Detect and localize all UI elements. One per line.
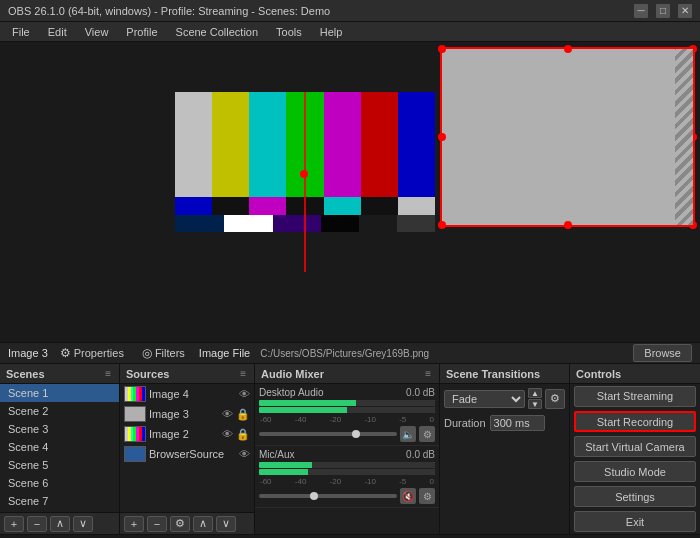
remove-source-button[interactable]: − xyxy=(147,516,167,532)
menu-view[interactable]: View xyxy=(77,24,117,40)
handle-mr xyxy=(689,133,697,141)
maximize-button[interactable]: □ xyxy=(656,4,670,18)
desktop-volume-slider[interactable] xyxy=(259,432,397,436)
handle-bl xyxy=(438,221,446,229)
transition-config-button[interactable]: ⚙ xyxy=(545,389,565,409)
bar-t3 xyxy=(273,215,322,233)
duration-label: Duration xyxy=(444,417,486,429)
source-item-image2[interactable]: Image 2 👁 🔒 xyxy=(120,424,254,444)
source-thumb-image4 xyxy=(124,386,146,402)
desktop-audio-settings-button[interactable]: ⚙ xyxy=(419,426,435,442)
handle-tm xyxy=(564,45,572,53)
desktop-mute-button[interactable]: 🔈 xyxy=(400,426,416,442)
move-source-up-button[interactable]: ∧ xyxy=(193,516,213,532)
handle-ml xyxy=(438,133,446,141)
source-thumb-image2 xyxy=(124,426,146,442)
audio-config-icon[interactable]: ≡ xyxy=(423,367,433,380)
source-settings-button[interactable]: ⚙ xyxy=(170,516,190,532)
move-source-down-button[interactable]: ∨ xyxy=(216,516,236,532)
mic-audio-settings-button[interactable]: ⚙ xyxy=(419,488,435,504)
sources-config-icon[interactable]: ≡ xyxy=(238,367,248,380)
source-name-browser: BrowserSource xyxy=(149,448,236,460)
sources-panel-title: Sources xyxy=(126,368,169,380)
sources-panel: Sources ≡ Image 4 👁 Image 3 👁 🔒 Image 2 … xyxy=(120,364,255,534)
handle-br xyxy=(689,221,697,229)
mic-mute-button[interactable]: 🔇 xyxy=(400,488,416,504)
mic-meter-scale: -60 -40 -20 -10 -5 0 xyxy=(259,477,435,486)
scene-item-2[interactable]: Scene 2 xyxy=(0,402,119,420)
desktop-audio-label: Desktop Audio xyxy=(259,387,324,398)
scene-item-4[interactable]: Scene 4 xyxy=(0,438,119,456)
transition-type-select[interactable]: Fade xyxy=(444,390,525,408)
move-scene-up-button[interactable]: ∧ xyxy=(50,516,70,532)
bar-b1 xyxy=(175,197,212,215)
mic-meter-bar-r xyxy=(259,469,435,475)
source-name-image3: Image 3 xyxy=(149,408,219,420)
audio-panel-title: Audio Mixer xyxy=(261,368,324,380)
mic-meter-bar-l xyxy=(259,462,435,468)
menu-scene-collection[interactable]: Scene Collection xyxy=(168,24,267,40)
transition-up-button[interactable]: ▲ xyxy=(528,388,542,398)
mic-aux-name: Mic/Aux 0.0 dB xyxy=(259,449,435,460)
mic-volume-thumb xyxy=(310,492,318,500)
handle-bm xyxy=(564,221,572,229)
eye-icon-image4[interactable]: 👁 xyxy=(239,388,250,400)
grey-image-overlay xyxy=(440,47,695,227)
duration-input[interactable] xyxy=(490,415,545,431)
scene-item-3[interactable]: Scene 3 xyxy=(0,420,119,438)
status-bar: LIVE: 00:00:00 REC: 00:00:00 CPU: 0.4%, … xyxy=(0,534,700,538)
minimize-button[interactable]: ─ xyxy=(634,4,648,18)
source-item-image3[interactable]: Image 3 👁 🔒 xyxy=(120,404,254,424)
image-path: C:/Users/OBS/Pictures/Grey169B.png xyxy=(260,348,429,359)
start-virtual-camera-button[interactable]: Start Virtual Camera xyxy=(574,436,696,457)
remove-scene-button[interactable]: − xyxy=(27,516,47,532)
panels-area: Scenes ≡ Scene 1 Scene 2 Scene 3 Scene 4… xyxy=(0,364,700,534)
menu-help[interactable]: Help xyxy=(312,24,351,40)
sources-list: Image 4 👁 Image 3 👁 🔒 Image 2 👁 🔒 Browse… xyxy=(120,384,254,512)
scene-item-5[interactable]: Scene 5 xyxy=(0,456,119,474)
studio-mode-button[interactable]: Studio Mode xyxy=(574,461,696,482)
scene-item-7[interactable]: Scene 7 xyxy=(0,492,119,510)
eye-icon-browser[interactable]: 👁 xyxy=(239,448,250,460)
sources-panel-actions: ≡ xyxy=(238,367,248,380)
eye-icon-image3[interactable]: 👁 xyxy=(222,408,233,420)
close-button[interactable]: ✕ xyxy=(678,4,692,18)
lock-icon-image3[interactable]: 🔒 xyxy=(236,408,250,421)
menu-profile[interactable]: Profile xyxy=(118,24,165,40)
menu-tools[interactable]: Tools xyxy=(268,24,310,40)
bar-blue xyxy=(398,92,435,197)
add-scene-button[interactable]: + xyxy=(4,516,24,532)
transition-arrows: ▲ ▼ xyxy=(528,388,542,409)
scene-item-1[interactable]: Scene 1 xyxy=(0,384,119,402)
transition-select-row: Fade ▲ ▼ ⚙ xyxy=(440,384,569,413)
menu-edit[interactable]: Edit xyxy=(40,24,75,40)
start-recording-button[interactable]: Start Recording xyxy=(574,411,696,432)
move-scene-down-button[interactable]: ∨ xyxy=(73,516,93,532)
handle-tr xyxy=(689,45,697,53)
source-item-browsersource[interactable]: BrowserSource 👁 xyxy=(120,444,254,464)
menu-file[interactable]: File xyxy=(4,24,38,40)
scenes-panel: Scenes ≡ Scene 1 Scene 2 Scene 3 Scene 4… xyxy=(0,364,120,534)
handle-tl xyxy=(438,45,446,53)
source-thumb-image3 xyxy=(124,406,146,422)
scene-item-6[interactable]: Scene 6 xyxy=(0,474,119,492)
exit-button[interactable]: Exit xyxy=(574,511,696,532)
scenes-config-icon[interactable]: ≡ xyxy=(103,367,113,380)
filters-button[interactable]: ◎ Filters xyxy=(138,345,189,361)
desktop-meter-fill-l xyxy=(356,400,435,406)
window-title: OBS 26.1.0 (64-bit, windows) - Profile: … xyxy=(8,5,330,17)
bar-grey xyxy=(175,92,212,197)
eye-icon-image2[interactable]: 👁 xyxy=(222,428,233,440)
settings-button[interactable]: Settings xyxy=(574,486,696,507)
mic-volume-slider[interactable] xyxy=(259,494,397,498)
source-item-image4[interactable]: Image 4 👁 xyxy=(120,384,254,404)
duration-row: Duration xyxy=(440,413,569,433)
properties-button[interactable]: ⚙ Properties xyxy=(56,345,128,361)
bar-magenta xyxy=(324,92,361,197)
browse-button[interactable]: Browse xyxy=(633,344,692,362)
source-label-bar: Image 3 ⚙ Properties ◎ Filters Image Fil… xyxy=(0,342,700,364)
start-streaming-button[interactable]: Start Streaming xyxy=(574,386,696,407)
transition-down-button[interactable]: ▼ xyxy=(528,399,542,409)
add-source-button[interactable]: + xyxy=(124,516,144,532)
lock-icon-image2[interactable]: 🔒 xyxy=(236,428,250,441)
